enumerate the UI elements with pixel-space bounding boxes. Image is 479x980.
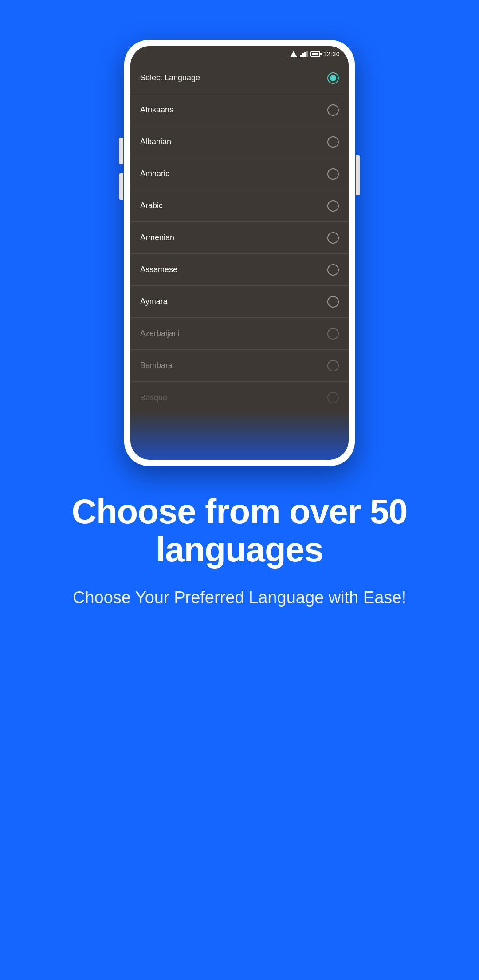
language-name: Amharic <box>140 169 169 178</box>
language-item[interactable]: Arabic <box>130 190 349 222</box>
language-name: Select Language <box>140 73 200 83</box>
svg-rect-4 <box>306 51 308 57</box>
language-item[interactable]: Select Language <box>130 62 349 94</box>
status-icons: 12:30 <box>290 51 340 58</box>
radio-button[interactable] <box>327 392 339 403</box>
language-name: Azerbaijani <box>140 329 180 338</box>
radio-button[interactable] <box>327 328 339 340</box>
language-item[interactable]: Afrikaans <box>130 94 349 126</box>
phone-mockup: 12:30 Select LanguageAfrikaansAlbanianAm… <box>124 40 355 466</box>
language-name: Aymara <box>140 297 168 306</box>
svg-marker-0 <box>290 51 297 57</box>
status-bar: 12:30 <box>130 46 349 62</box>
subheadline-text: Choose Your Preferred Language with Ease… <box>27 587 452 609</box>
language-item[interactable]: Aymara <box>130 286 349 318</box>
radio-button[interactable] <box>327 168 339 180</box>
signal-icon <box>290 51 297 57</box>
radio-button[interactable] <box>327 232 339 244</box>
status-time: 12:30 <box>323 51 340 58</box>
network-icon <box>300 51 308 57</box>
language-item[interactable]: Amharic <box>130 158 349 190</box>
radio-button[interactable] <box>327 136 339 148</box>
svg-rect-2 <box>302 53 304 57</box>
language-name: Bambara <box>140 361 173 370</box>
language-item[interactable]: Assamese <box>130 254 349 286</box>
language-item[interactable]: Bambara <box>130 350 349 382</box>
language-item[interactable]: Albanian <box>130 126 349 158</box>
language-item[interactable]: Armenian <box>130 222 349 254</box>
radio-button[interactable] <box>327 264 339 276</box>
language-name: Albanian <box>140 137 171 146</box>
radio-button[interactable] <box>327 296 339 308</box>
language-name: Armenian <box>140 233 174 242</box>
language-list: Select LanguageAfrikaansAlbanianAmharicA… <box>130 62 349 414</box>
radio-button[interactable] <box>327 360 339 371</box>
language-name: Assamese <box>140 265 177 274</box>
phone-screen: 12:30 Select LanguageAfrikaansAlbanianAm… <box>130 46 349 460</box>
language-name: Afrikaans <box>140 105 173 115</box>
headline-text: Choose from over 50 languages <box>27 493 452 569</box>
svg-rect-1 <box>300 55 302 57</box>
phone-shell: 12:30 Select LanguageAfrikaansAlbanianAm… <box>124 40 355 466</box>
language-name: Basque <box>140 393 167 403</box>
radio-button[interactable] <box>327 72 339 84</box>
language-name: Arabic <box>140 201 163 210</box>
bottom-section: Choose from over 50 languages Choose You… <box>0 493 479 609</box>
radio-button[interactable] <box>327 200 339 212</box>
radio-button[interactable] <box>327 104 339 116</box>
battery-icon <box>310 51 320 57</box>
language-item[interactable]: Azerbaijani <box>130 318 349 350</box>
language-item[interactable]: Basque <box>130 382 349 414</box>
svg-rect-3 <box>304 52 306 57</box>
